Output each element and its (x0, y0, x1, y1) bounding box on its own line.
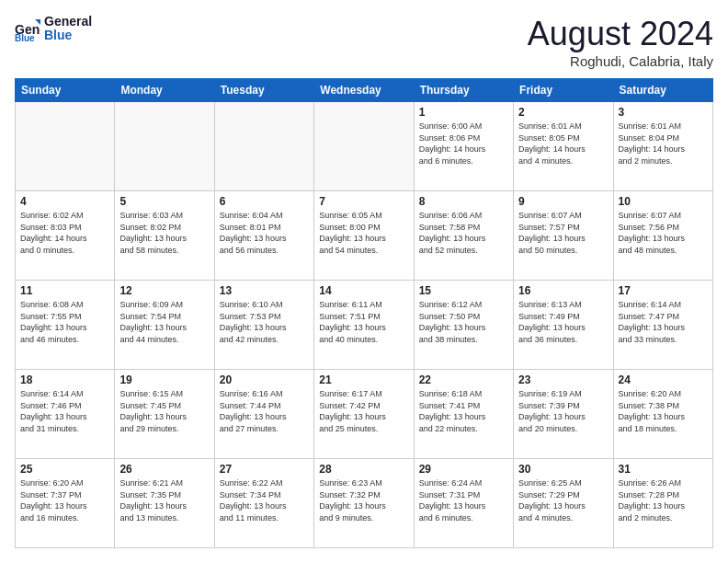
calendar-cell: 10Sunrise: 6:07 AM Sunset: 7:56 PM Dayli… (613, 191, 712, 281)
calendar-cell (16, 102, 115, 191)
calendar-cell: 1Sunrise: 6:00 AM Sunset: 8:06 PM Daylig… (414, 102, 513, 191)
day-number: 22 (419, 373, 508, 386)
day-info: Sunrise: 6:05 AM Sunset: 8:00 PM Dayligh… (319, 210, 408, 256)
logo: General Blue General Blue (15, 15, 92, 43)
header: General Blue General Blue August 2024 Ro… (15, 15, 713, 69)
day-number: 12 (119, 284, 209, 297)
col-header-sunday: Sunday (16, 79, 115, 102)
day-info: Sunrise: 6:03 AM Sunset: 8:02 PM Dayligh… (119, 210, 209, 256)
day-info: Sunrise: 6:19 AM Sunset: 7:39 PM Dayligh… (518, 388, 608, 434)
day-info: Sunrise: 6:01 AM Sunset: 8:04 PM Dayligh… (619, 121, 708, 167)
day-number: 31 (619, 463, 708, 476)
day-info: Sunrise: 6:13 AM Sunset: 7:49 PM Dayligh… (518, 299, 608, 345)
calendar-cell (214, 102, 313, 191)
day-number: 2 (518, 106, 608, 119)
day-info: Sunrise: 6:11 AM Sunset: 7:51 PM Dayligh… (319, 299, 408, 345)
day-number: 11 (20, 284, 109, 297)
calendar-cell: 30Sunrise: 6:25 AM Sunset: 7:29 PM Dayli… (514, 459, 613, 548)
day-info: Sunrise: 6:23 AM Sunset: 7:32 PM Dayligh… (319, 477, 408, 523)
day-info: Sunrise: 6:22 AM Sunset: 7:34 PM Dayligh… (220, 477, 309, 523)
day-info: Sunrise: 6:04 AM Sunset: 8:01 PM Dayligh… (220, 210, 309, 256)
logo-line2: Blue (44, 29, 92, 42)
week-row-3: 11Sunrise: 6:08 AM Sunset: 7:55 PM Dayli… (16, 281, 713, 370)
day-number: 19 (119, 373, 209, 386)
month-title: August 2024 (528, 15, 713, 53)
calendar-cell: 2Sunrise: 6:01 AM Sunset: 8:05 PM Daylig… (514, 102, 613, 191)
calendar-table: SundayMondayTuesdayWednesdayThursdayFrid… (15, 78, 713, 548)
day-info: Sunrise: 6:21 AM Sunset: 7:35 PM Dayligh… (119, 477, 209, 523)
day-number: 23 (518, 373, 608, 386)
calendar-cell: 14Sunrise: 6:11 AM Sunset: 7:51 PM Dayli… (314, 281, 414, 370)
day-number: 9 (518, 195, 608, 208)
calendar-cell: 24Sunrise: 6:20 AM Sunset: 7:38 PM Dayli… (613, 370, 712, 459)
calendar-cell (115, 102, 214, 191)
day-number: 13 (220, 284, 309, 297)
day-number: 5 (119, 195, 209, 208)
title-section: August 2024 Roghudi, Calabria, Italy (528, 15, 713, 69)
calendar-cell: 29Sunrise: 6:24 AM Sunset: 7:31 PM Dayli… (414, 459, 513, 548)
calendar-cell: 12Sunrise: 6:09 AM Sunset: 7:54 PM Dayli… (115, 281, 214, 370)
calendar-cell: 7Sunrise: 6:05 AM Sunset: 8:00 PM Daylig… (314, 191, 414, 281)
day-info: Sunrise: 6:14 AM Sunset: 7:46 PM Dayligh… (20, 388, 109, 434)
day-info: Sunrise: 6:09 AM Sunset: 7:54 PM Dayligh… (119, 299, 209, 345)
day-info: Sunrise: 6:00 AM Sunset: 8:06 PM Dayligh… (419, 121, 508, 167)
calendar-cell: 16Sunrise: 6:13 AM Sunset: 7:49 PM Dayli… (514, 281, 613, 370)
calendar-cell: 11Sunrise: 6:08 AM Sunset: 7:55 PM Dayli… (16, 281, 115, 370)
logo-icon: General Blue (15, 16, 40, 41)
calendar-cell: 17Sunrise: 6:14 AM Sunset: 7:47 PM Dayli… (613, 281, 712, 370)
calendar-cell: 19Sunrise: 6:15 AM Sunset: 7:45 PM Dayli… (115, 370, 214, 459)
day-number: 15 (419, 284, 508, 297)
day-info: Sunrise: 6:01 AM Sunset: 8:05 PM Dayligh… (518, 121, 608, 167)
day-number: 20 (220, 373, 309, 386)
col-header-saturday: Saturday (613, 79, 712, 102)
day-number: 21 (319, 373, 408, 386)
calendar-cell: 18Sunrise: 6:14 AM Sunset: 7:46 PM Dayli… (16, 370, 115, 459)
day-info: Sunrise: 6:10 AM Sunset: 7:53 PM Dayligh… (220, 299, 309, 345)
day-number: 17 (619, 284, 708, 297)
week-row-1: 1Sunrise: 6:00 AM Sunset: 8:06 PM Daylig… (16, 102, 713, 191)
day-number: 14 (319, 284, 408, 297)
col-header-friday: Friday (514, 79, 613, 102)
day-info: Sunrise: 6:25 AM Sunset: 7:29 PM Dayligh… (518, 477, 608, 523)
day-info: Sunrise: 6:18 AM Sunset: 7:41 PM Dayligh… (419, 388, 508, 434)
day-number: 25 (20, 463, 109, 476)
day-info: Sunrise: 6:07 AM Sunset: 7:57 PM Dayligh… (518, 210, 608, 256)
calendar-cell (314, 102, 414, 191)
calendar-cell: 3Sunrise: 6:01 AM Sunset: 8:04 PM Daylig… (613, 102, 712, 191)
day-number: 10 (619, 195, 708, 208)
calendar-cell: 20Sunrise: 6:16 AM Sunset: 7:44 PM Dayli… (214, 370, 313, 459)
calendar-cell: 9Sunrise: 6:07 AM Sunset: 7:57 PM Daylig… (514, 191, 613, 281)
calendar-cell: 4Sunrise: 6:02 AM Sunset: 8:03 PM Daylig… (16, 191, 115, 281)
day-number: 26 (119, 463, 209, 476)
calendar-cell: 27Sunrise: 6:22 AM Sunset: 7:34 PM Dayli… (214, 459, 313, 548)
day-info: Sunrise: 6:02 AM Sunset: 8:03 PM Dayligh… (20, 210, 109, 256)
day-number: 16 (518, 284, 608, 297)
col-header-wednesday: Wednesday (314, 79, 414, 102)
location: Roghudi, Calabria, Italy (528, 53, 713, 69)
calendar-cell: 8Sunrise: 6:06 AM Sunset: 7:58 PM Daylig… (414, 191, 513, 281)
day-info: Sunrise: 6:14 AM Sunset: 7:47 PM Dayligh… (619, 299, 708, 345)
page: General Blue General Blue August 2024 Ro… (0, 0, 728, 563)
logo-line1: General (44, 15, 92, 29)
svg-text:Blue: Blue (15, 33, 35, 41)
calendar-cell: 6Sunrise: 6:04 AM Sunset: 8:01 PM Daylig… (214, 191, 313, 281)
week-row-4: 18Sunrise: 6:14 AM Sunset: 7:46 PM Dayli… (16, 370, 713, 459)
calendar-cell: 13Sunrise: 6:10 AM Sunset: 7:53 PM Dayli… (214, 281, 313, 370)
calendar-cell: 22Sunrise: 6:18 AM Sunset: 7:41 PM Dayli… (414, 370, 513, 459)
day-info: Sunrise: 6:26 AM Sunset: 7:28 PM Dayligh… (619, 477, 708, 523)
week-row-5: 25Sunrise: 6:20 AM Sunset: 7:37 PM Dayli… (16, 459, 713, 548)
day-info: Sunrise: 6:06 AM Sunset: 7:58 PM Dayligh… (419, 210, 508, 256)
calendar-cell: 15Sunrise: 6:12 AM Sunset: 7:50 PM Dayli… (414, 281, 513, 370)
day-number: 1 (419, 106, 508, 119)
day-number: 3 (619, 106, 708, 119)
day-number: 28 (319, 463, 408, 476)
calendar-cell: 28Sunrise: 6:23 AM Sunset: 7:32 PM Dayli… (314, 459, 414, 548)
calendar-cell: 21Sunrise: 6:17 AM Sunset: 7:42 PM Dayli… (314, 370, 414, 459)
day-info: Sunrise: 6:16 AM Sunset: 7:44 PM Dayligh… (220, 388, 309, 434)
day-info: Sunrise: 6:20 AM Sunset: 7:38 PM Dayligh… (619, 388, 708, 434)
calendar-cell: 26Sunrise: 6:21 AM Sunset: 7:35 PM Dayli… (115, 459, 214, 548)
calendar-cell: 5Sunrise: 6:03 AM Sunset: 8:02 PM Daylig… (115, 191, 214, 281)
calendar-cell: 25Sunrise: 6:20 AM Sunset: 7:37 PM Dayli… (16, 459, 115, 548)
day-info: Sunrise: 6:15 AM Sunset: 7:45 PM Dayligh… (119, 388, 209, 434)
day-number: 8 (419, 195, 508, 208)
